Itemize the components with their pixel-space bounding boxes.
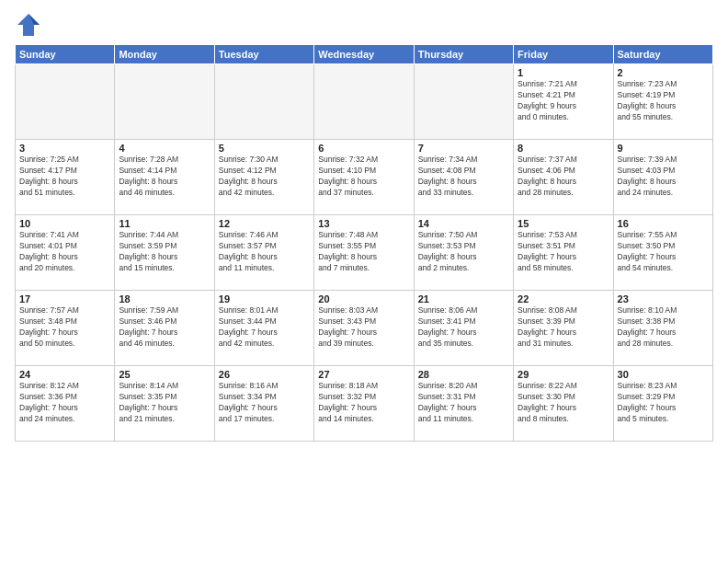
day-info: Sunrise: 7:44 AM Sunset: 3:59 PM Dayligh…: [119, 230, 210, 274]
day-number: 28: [418, 369, 509, 380]
day-info: Sunrise: 8:03 AM Sunset: 3:43 PM Dayligh…: [318, 305, 409, 350]
weekday-header-row: SundayMondayTuesdayWednesdayThursdayFrid…: [16, 45, 713, 64]
logo-icon: [15, 11, 42, 39]
calendar-cell: 22Sunrise: 8:08 AM Sunset: 3:39 PM Dayli…: [514, 291, 613, 366]
calendar-cell: 6Sunrise: 7:32 AM Sunset: 4:10 PM Daylig…: [314, 140, 414, 215]
day-info: Sunrise: 7:30 AM Sunset: 4:12 PM Dayligh…: [219, 155, 310, 199]
calendar-cell: 12Sunrise: 7:46 AM Sunset: 3:57 PM Dayli…: [214, 215, 313, 291]
calendar-cell: 10Sunrise: 7:41 AM Sunset: 4:01 PM Dayli…: [16, 215, 115, 291]
logo: [15, 11, 46, 39]
day-info: Sunrise: 7:28 AM Sunset: 4:14 PM Dayligh…: [119, 155, 210, 199]
day-number: 17: [19, 293, 110, 304]
header: [15, 11, 713, 39]
calendar-cell: 25Sunrise: 8:14 AM Sunset: 3:35 PM Dayli…: [115, 366, 214, 442]
day-info: Sunrise: 7:46 AM Sunset: 3:57 PM Dayligh…: [219, 230, 310, 274]
day-info: Sunrise: 7:34 AM Sunset: 4:08 PM Dayligh…: [418, 155, 509, 199]
day-number: 7: [418, 143, 509, 154]
day-number: 12: [219, 218, 310, 229]
calendar-cell: 8Sunrise: 7:37 AM Sunset: 4:06 PM Daylig…: [514, 140, 613, 215]
day-info: Sunrise: 8:16 AM Sunset: 3:34 PM Dayligh…: [219, 381, 310, 425]
day-number: 16: [618, 218, 709, 229]
weekday-header-thursday: Thursday: [414, 45, 513, 64]
calendar-cell: 19Sunrise: 8:01 AM Sunset: 3:44 PM Dayli…: [214, 291, 313, 366]
calendar-cell: [16, 64, 115, 140]
day-number: 23: [618, 293, 709, 304]
calendar-cell: 24Sunrise: 8:12 AM Sunset: 3:36 PM Dayli…: [16, 366, 115, 442]
day-number: 5: [219, 143, 310, 154]
calendar-cell: 21Sunrise: 8:06 AM Sunset: 3:41 PM Dayli…: [414, 291, 513, 366]
weekday-header-monday: Monday: [115, 45, 214, 64]
calendar-cell: 1Sunrise: 7:21 AM Sunset: 4:21 PM Daylig…: [514, 64, 613, 140]
day-number: 19: [219, 293, 310, 304]
day-info: Sunrise: 8:12 AM Sunset: 3:36 PM Dayligh…: [19, 381, 110, 425]
day-number: 20: [318, 293, 409, 304]
day-number: 24: [19, 369, 110, 380]
calendar-cell: 9Sunrise: 7:39 AM Sunset: 4:03 PM Daylig…: [613, 140, 712, 215]
day-info: Sunrise: 7:53 AM Sunset: 3:51 PM Dayligh…: [518, 230, 609, 274]
day-number: 2: [618, 67, 709, 78]
calendar-cell: 26Sunrise: 8:16 AM Sunset: 3:34 PM Dayli…: [214, 366, 313, 442]
day-number: 27: [318, 369, 409, 380]
day-info: Sunrise: 8:20 AM Sunset: 3:31 PM Dayligh…: [418, 381, 509, 425]
day-info: Sunrise: 7:39 AM Sunset: 4:03 PM Dayligh…: [618, 155, 709, 199]
day-number: 11: [119, 218, 210, 229]
day-info: Sunrise: 8:23 AM Sunset: 3:29 PM Dayligh…: [618, 381, 709, 425]
calendar-cell: 23Sunrise: 8:10 AM Sunset: 3:38 PM Dayli…: [613, 291, 712, 366]
calendar-cell: 20Sunrise: 8:03 AM Sunset: 3:43 PM Dayli…: [314, 291, 414, 366]
calendar-cell: 16Sunrise: 7:55 AM Sunset: 3:50 PM Dayli…: [613, 215, 712, 291]
day-info: Sunrise: 7:50 AM Sunset: 3:53 PM Dayligh…: [418, 230, 509, 274]
day-number: 22: [518, 293, 609, 304]
day-number: 15: [518, 218, 609, 229]
day-info: Sunrise: 8:14 AM Sunset: 3:35 PM Dayligh…: [119, 381, 210, 425]
week-row-5: 24Sunrise: 8:12 AM Sunset: 3:36 PM Dayli…: [16, 366, 713, 442]
week-row-1: 1Sunrise: 7:21 AM Sunset: 4:21 PM Daylig…: [16, 64, 713, 140]
weekday-header-tuesday: Tuesday: [214, 45, 313, 64]
day-number: 10: [19, 218, 110, 229]
day-number: 25: [119, 369, 210, 380]
calendar-cell: 17Sunrise: 7:57 AM Sunset: 3:48 PM Dayli…: [16, 291, 115, 366]
calendar-cell: 13Sunrise: 7:48 AM Sunset: 3:55 PM Dayli…: [314, 215, 414, 291]
day-info: Sunrise: 7:21 AM Sunset: 4:21 PM Dayligh…: [518, 79, 609, 123]
week-row-2: 3Sunrise: 7:25 AM Sunset: 4:17 PM Daylig…: [16, 140, 713, 215]
calendar-cell: [115, 64, 214, 140]
day-number: 8: [518, 143, 609, 154]
day-info: Sunrise: 8:06 AM Sunset: 3:41 PM Dayligh…: [418, 305, 509, 350]
day-info: Sunrise: 7:23 AM Sunset: 4:19 PM Dayligh…: [618, 79, 709, 123]
calendar-cell: [414, 64, 513, 140]
day-info: Sunrise: 8:18 AM Sunset: 3:32 PM Dayligh…: [318, 381, 409, 425]
day-number: 26: [219, 369, 310, 380]
weekday-header-friday: Friday: [514, 45, 613, 64]
day-number: 14: [418, 218, 509, 229]
calendar-cell: 2Sunrise: 7:23 AM Sunset: 4:19 PM Daylig…: [613, 64, 712, 140]
weekday-header-sunday: Sunday: [16, 45, 115, 64]
weekday-header-wednesday: Wednesday: [314, 45, 414, 64]
week-row-4: 17Sunrise: 7:57 AM Sunset: 3:48 PM Dayli…: [16, 291, 713, 366]
day-info: Sunrise: 8:10 AM Sunset: 3:38 PM Dayligh…: [618, 305, 709, 350]
day-number: 18: [119, 293, 210, 304]
calendar-cell: [214, 64, 313, 140]
calendar-cell: 4Sunrise: 7:28 AM Sunset: 4:14 PM Daylig…: [115, 140, 214, 215]
day-number: 9: [618, 143, 709, 154]
day-number: 30: [618, 369, 709, 380]
day-info: Sunrise: 7:41 AM Sunset: 4:01 PM Dayligh…: [19, 230, 110, 274]
calendar-cell: 30Sunrise: 8:23 AM Sunset: 3:29 PM Dayli…: [613, 366, 712, 442]
week-row-3: 10Sunrise: 7:41 AM Sunset: 4:01 PM Dayli…: [16, 215, 713, 291]
day-number: 3: [19, 143, 110, 154]
day-info: Sunrise: 7:57 AM Sunset: 3:48 PM Dayligh…: [19, 305, 110, 350]
day-info: Sunrise: 7:37 AM Sunset: 4:06 PM Dayligh…: [518, 155, 609, 199]
calendar-cell: 7Sunrise: 7:34 AM Sunset: 4:08 PM Daylig…: [414, 140, 513, 215]
calendar-cell: 18Sunrise: 7:59 AM Sunset: 3:46 PM Dayli…: [115, 291, 214, 366]
page-container: SundayMondayTuesdayWednesdayThursdayFrid…: [0, 0, 728, 563]
day-info: Sunrise: 7:48 AM Sunset: 3:55 PM Dayligh…: [318, 230, 409, 274]
calendar-cell: [314, 64, 414, 140]
day-number: 1: [518, 67, 609, 78]
day-info: Sunrise: 7:59 AM Sunset: 3:46 PM Dayligh…: [119, 305, 210, 350]
day-info: Sunrise: 7:25 AM Sunset: 4:17 PM Dayligh…: [19, 155, 110, 199]
calendar-cell: 27Sunrise: 8:18 AM Sunset: 3:32 PM Dayli…: [314, 366, 414, 442]
day-number: 13: [318, 218, 409, 229]
day-number: 6: [318, 143, 409, 154]
day-number: 4: [119, 143, 210, 154]
weekday-header-saturday: Saturday: [613, 45, 712, 64]
calendar-cell: 14Sunrise: 7:50 AM Sunset: 3:53 PM Dayli…: [414, 215, 513, 291]
day-number: 21: [418, 293, 509, 304]
